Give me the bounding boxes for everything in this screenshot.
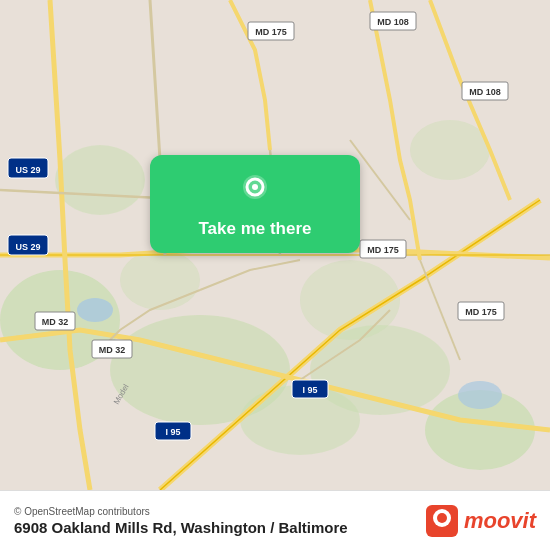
- svg-text:I 95: I 95: [302, 385, 317, 395]
- osm-credit: © OpenStreetMap contributors: [14, 506, 348, 517]
- take-me-there-label: Take me there: [198, 219, 311, 239]
- svg-text:MD 175: MD 175: [367, 245, 399, 255]
- footer-left: © OpenStreetMap contributors 6908 Oaklan…: [14, 506, 348, 536]
- svg-text:MD 32: MD 32: [99, 345, 126, 355]
- address-line: 6908 Oakland Mills Rd, Washington / Balt…: [14, 519, 348, 536]
- svg-point-9: [120, 250, 200, 310]
- svg-point-5: [55, 145, 145, 215]
- svg-text:MD 108: MD 108: [377, 17, 409, 27]
- svg-text:MD 32: MD 32: [42, 317, 69, 327]
- svg-point-40: [437, 513, 447, 523]
- moovit-logo: moovit: [426, 505, 536, 537]
- svg-point-37: [252, 184, 258, 190]
- svg-text:US 29: US 29: [15, 242, 40, 252]
- svg-text:US 29: US 29: [15, 165, 40, 175]
- map-container: MD 108 MD 175 MD 108 US 29 US 29 MD 175 …: [0, 0, 550, 490]
- svg-point-11: [458, 381, 502, 409]
- location-pin-icon: [236, 173, 274, 211]
- svg-text:MD 175: MD 175: [255, 27, 287, 37]
- moovit-logo-text: moovit: [464, 508, 536, 534]
- take-me-there-button[interactable]: Take me there: [150, 155, 360, 253]
- svg-text:I 95: I 95: [165, 427, 180, 437]
- svg-text:MD 175: MD 175: [465, 307, 497, 317]
- moovit-icon: [426, 505, 458, 537]
- svg-text:MD 108: MD 108: [469, 87, 501, 97]
- svg-point-7: [410, 120, 490, 180]
- footer: © OpenStreetMap contributors 6908 Oaklan…: [0, 490, 550, 550]
- svg-point-10: [77, 298, 113, 322]
